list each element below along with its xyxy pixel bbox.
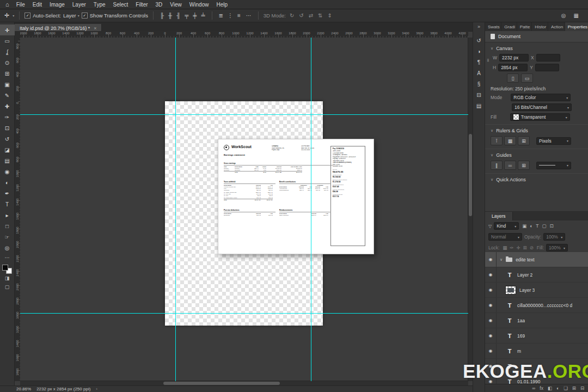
3d-drag-icon[interactable]: ⇄ xyxy=(307,13,315,19)
workspace-switcher-icon[interactable]: ▦ xyxy=(572,13,580,19)
section-quick-actions[interactable]: ∨ Quick Actions xyxy=(485,174,588,184)
tool-preset-arrow-icon[interactable]: ▾ xyxy=(13,14,14,17)
layer-mask-icon[interactable]: ◧ xyxy=(548,385,552,391)
tab-layers[interactable]: Layers xyxy=(485,212,513,220)
guide-vertical[interactable] xyxy=(311,38,311,381)
blur-tool[interactable]: ◉ xyxy=(0,166,15,177)
link-dimensions-icon[interactable]: ∞ xyxy=(486,59,491,62)
new-guide-icon[interactable]: ∥ xyxy=(491,161,503,170)
close-tab-icon[interactable]: × xyxy=(94,26,96,31)
vertical-scrollbar[interactable] xyxy=(468,38,473,381)
clone-source-icon[interactable]: ⊟ xyxy=(476,89,481,100)
canvas-viewport[interactable]: WorkScout Earnings statement Company Sta… xyxy=(20,38,468,381)
menu-window[interactable]: Window xyxy=(186,2,213,8)
distribute-horizontal-icon[interactable]: ⋮ xyxy=(226,13,235,19)
glyphs-icon[interactable]: § xyxy=(477,78,481,89)
menu-type[interactable]: Type xyxy=(90,2,109,8)
gradient-tool[interactable]: ▤ xyxy=(0,155,15,166)
fill-opacity-select[interactable]: 100% ▾ xyxy=(546,244,568,252)
filter-shape-layers-icon[interactable]: ▢ xyxy=(541,223,548,229)
paragraph-icon[interactable]: ¶ xyxy=(477,57,480,68)
fill-select[interactable]: Transparent ▾ xyxy=(510,113,570,121)
align-left-icon[interactable]: ╟ xyxy=(158,13,166,19)
character-icon[interactable]: A xyxy=(477,68,481,78)
edit-toolbar-icon[interactable]: ⋯ xyxy=(0,253,15,262)
menu-image[interactable]: Image xyxy=(46,2,69,8)
lock-pixels-icon[interactable]: ✑ xyxy=(509,245,514,250)
visibility-toggle-icon[interactable]: ◉ xyxy=(485,252,497,267)
eyedropper-tool[interactable]: ✎ xyxy=(0,90,15,101)
lock-transparency-icon[interactable]: ▦ xyxy=(501,245,508,250)
width-field[interactable]: 2232 px xyxy=(499,54,529,62)
menu-layer[interactable]: Layer xyxy=(69,2,90,8)
paystub-document[interactable]: WorkScout Earnings statement Company Sta… xyxy=(218,139,374,254)
layer-row[interactable]: ◉T169 xyxy=(485,328,588,344)
crop-tool[interactable]: ⊞ xyxy=(0,68,15,79)
filter-smart-objects-icon[interactable]: ⊡ xyxy=(549,223,555,229)
marquee-tool[interactable]: ▭ xyxy=(0,35,15,46)
show-transform-checkbox[interactable]: ✓ xyxy=(82,13,88,19)
layer-effects-icon[interactable]: fx xyxy=(540,385,543,391)
opacity-select[interactable]: 100% ▾ xyxy=(543,233,565,241)
hand-tool[interactable]: ☞ xyxy=(0,231,15,242)
layer-row[interactable]: ◉Tm xyxy=(485,344,588,359)
visibility-toggle-icon[interactable]: ◉ xyxy=(485,283,497,297)
align-bottom-icon[interactable]: ╧ xyxy=(199,13,206,19)
menu-view[interactable]: View xyxy=(166,2,186,8)
landscape-orientation-button[interactable]: ▭ xyxy=(521,74,533,83)
guide-horizontal[interactable] xyxy=(20,313,468,314)
layer-row[interactable]: ◉Layer 3 xyxy=(485,283,588,298)
visibility-toggle-icon[interactable]: ◉ xyxy=(485,267,497,282)
guide-layout-icon[interactable]: ═ xyxy=(504,161,516,170)
libraries-icon[interactable]: ▤ xyxy=(476,100,481,111)
section-canvas[interactable]: ∨ Canvas xyxy=(485,42,588,53)
align-center-horizontal-icon[interactable]: ╫ xyxy=(167,13,174,19)
path-selection-tool[interactable]: ▸ xyxy=(0,210,15,220)
x-field[interactable] xyxy=(536,54,560,62)
panel-tab-gradi[interactable]: Gradi xyxy=(501,22,517,31)
history-brush-tool[interactable]: ↺ xyxy=(0,133,15,144)
section-rulers-grids[interactable]: ∨ Rulers & Grids xyxy=(485,125,588,135)
healing-brush-tool[interactable]: ✚ xyxy=(0,101,15,112)
lock-position-icon[interactable]: ✛ xyxy=(515,245,521,250)
lasso-tool[interactable]: ʆ xyxy=(0,46,15,57)
clear-guides-icon[interactable]: ⊞ xyxy=(518,161,530,170)
new-layer-icon[interactable]: ⊞ xyxy=(572,385,576,391)
lock-all-icon[interactable]: ⊘ xyxy=(529,245,535,250)
group-expand-icon[interactable]: ∨ xyxy=(500,258,503,262)
foreground-color-swatch[interactable] xyxy=(2,265,8,271)
eraser-tool[interactable]: ◪ xyxy=(0,144,15,155)
visibility-toggle-icon[interactable]: ◉ xyxy=(485,298,497,313)
filter-adjustment-layers-icon[interactable]: ◐ xyxy=(529,223,534,229)
bit-depth-select[interactable]: 16 Bits/Channel ▾ xyxy=(512,103,572,111)
layer-row[interactable]: ◉∨edite text xyxy=(485,252,588,267)
type-tool[interactable]: T xyxy=(0,199,15,210)
horizontal-scrollbar[interactable] xyxy=(20,381,468,385)
guide-style-select[interactable]: ▾ xyxy=(536,162,571,169)
scrollbar-thumb[interactable] xyxy=(163,382,280,385)
panel-tab-swats[interactable]: Swats xyxy=(485,22,501,31)
screen-mode-icon[interactable]: ▢ xyxy=(0,283,15,291)
menu-select[interactable]: Select xyxy=(109,2,132,8)
distribute-vertical-icon[interactable]: ≣ xyxy=(217,13,225,19)
align-top-icon[interactable]: ╤ xyxy=(183,13,190,19)
y-field[interactable] xyxy=(535,64,559,71)
toggle-snap-icon[interactable]: ⊞ xyxy=(518,136,530,145)
3d-roll-icon[interactable]: ↺ xyxy=(297,13,305,19)
delete-layer-icon[interactable]: ⊟ xyxy=(580,385,584,391)
kind-filter-select[interactable]: Kind ▾ xyxy=(494,222,519,230)
filter-type-layers-icon[interactable]: T xyxy=(535,223,540,229)
3d-orbit-icon[interactable]: ↻ xyxy=(288,13,296,19)
section-guides[interactable]: ∨ Guides xyxy=(485,149,588,160)
link-layers-icon[interactable]: ∞ xyxy=(532,385,535,391)
toggle-grid-icon[interactable]: ▦ xyxy=(504,136,516,145)
brush-tool[interactable]: ✑ xyxy=(0,112,15,122)
visibility-toggle-icon[interactable]: ◉ xyxy=(485,313,497,328)
portrait-orientation-button[interactable]: ▯ xyxy=(507,74,519,83)
color-mode-select[interactable]: RGB Color ▾ xyxy=(511,94,571,101)
menu-help[interactable]: Help xyxy=(212,2,231,8)
toggle-rulers-icon[interactable]: ⊺ xyxy=(491,136,503,145)
guide-vertical[interactable] xyxy=(175,38,176,381)
auto-select-dropdown[interactable]: Layer ▾ xyxy=(63,13,79,19)
move-tool[interactable]: ✛ xyxy=(0,24,15,35)
